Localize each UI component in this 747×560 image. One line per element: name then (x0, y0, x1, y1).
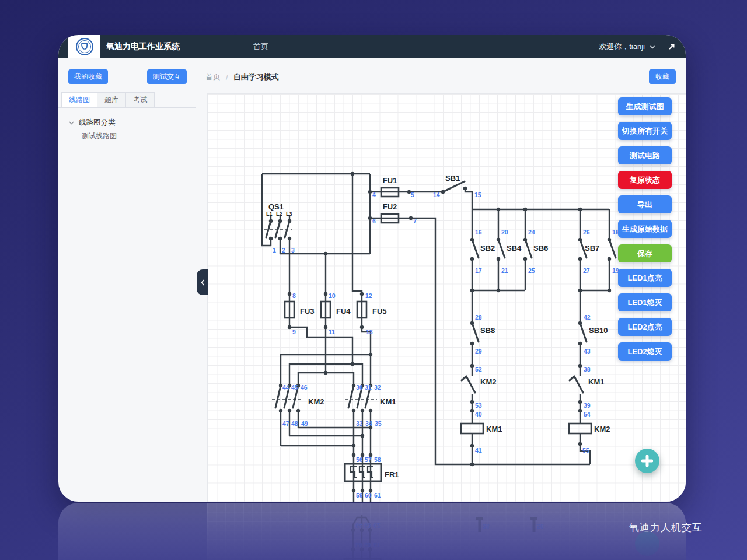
junction-dot (578, 364, 582, 368)
tab-考试[interactable]: 考试 (125, 92, 155, 108)
switch-blade[interactable] (472, 240, 479, 258)
chevron-down-icon[interactable] (650, 45, 655, 49)
component-label: SB6 (533, 244, 548, 253)
circuit-canvas[interactable]: 1234514156781012911131620242618172125271… (207, 93, 686, 502)
switch-blade[interactable] (472, 323, 479, 342)
switch-blade[interactable] (574, 376, 583, 393)
wire (353, 517, 362, 530)
node-label: 60 (365, 492, 372, 499)
coil-body[interactable] (569, 424, 591, 433)
switch-blade[interactable] (443, 181, 465, 192)
switch-blade[interactable] (498, 240, 505, 258)
welcome-user-label[interactable]: 欢迎你，tianji (599, 41, 645, 52)
node-label: 7 (413, 218, 417, 225)
node-label: 8 (292, 292, 296, 299)
action-button-测试电路[interactable]: 测试电路 (618, 146, 672, 164)
switch-blade[interactable] (580, 323, 587, 342)
action-button-LED1熄灭[interactable]: LED1熄灭 (618, 293, 672, 312)
switch-blade[interactable] (570, 376, 574, 380)
action-button-复原状态[interactable]: 复原状态 (618, 171, 672, 189)
tree-node-test-diagram[interactable]: 测试线路图 (82, 131, 117, 141)
collect-button[interactable]: 收藏 (649, 69, 676, 84)
breadcrumb-home[interactable]: 首页 (205, 72, 221, 82)
node-label: 61 (374, 492, 381, 499)
node-label: 9 (292, 328, 296, 335)
junction-dot (368, 216, 372, 220)
junction-dot (608, 289, 611, 292)
junction-dot (470, 400, 474, 404)
junction-dot (352, 384, 355, 387)
reflection-sidebar (58, 503, 207, 560)
app-logo (68, 35, 100, 58)
action-button-LED2熄灭[interactable]: LED2熄灭 (618, 342, 672, 360)
tab-线路图[interactable]: 线路图 (61, 92, 97, 108)
tree-root-label[interactable]: 线路图分类 (79, 118, 116, 128)
circuit-diagram[interactable]: 1234514156781012911131620242618172125271… (208, 129, 678, 502)
node-label: 31 (365, 384, 372, 391)
node-label: 1 (273, 247, 276, 254)
node-label: 44 (282, 384, 289, 391)
action-button-切换所有开关[interactable]: 切换所有开关 (618, 122, 672, 140)
app-header: 氧迪力电工作业系统 首页 欢迎你，tianji (58, 35, 686, 58)
reflection-canvas (207, 503, 686, 560)
test-interaction-button[interactable]: 测试交互 (147, 69, 187, 84)
junction-dot (497, 208, 500, 211)
node-label: 34 (365, 420, 372, 427)
action-button-LED2点亮[interactable]: LED2点亮 (618, 318, 672, 336)
action-button-生成原始数据[interactable]: 生成原始数据 (618, 220, 672, 238)
node-label: 5 (411, 191, 414, 198)
junction-dot (324, 252, 327, 256)
node-label: 53 (475, 402, 482, 409)
junction-dot (470, 409, 474, 412)
node-label: 57 (365, 456, 372, 463)
junction-dot (608, 257, 611, 261)
breadcrumb-current: 自由学习模式 (233, 72, 279, 82)
coil-body[interactable] (461, 424, 483, 433)
node-label: 45 (291, 384, 298, 391)
app-window: 氧迪力电工作业系统 首页 欢迎你，tianji 我的收藏 测试交互 首页 / 自… (58, 35, 686, 502)
component-label: KM1 (486, 425, 502, 433)
switch-blade[interactable] (525, 240, 532, 258)
action-button-生成测试图[interactable]: 生成测试图 (618, 97, 672, 116)
node-label: 32 (374, 384, 381, 391)
node-label: 6 (372, 218, 376, 225)
junction-dot (578, 208, 582, 211)
action-button-保存[interactable]: 保存 (618, 244, 672, 262)
node-label: 55 (582, 447, 589, 454)
junction-dot (369, 409, 372, 412)
node-label: 58 (374, 456, 381, 463)
caret-down-icon[interactable] (69, 121, 74, 125)
junction-dot (278, 237, 282, 240)
action-button-LED1点亮[interactable]: LED1点亮 (618, 269, 672, 287)
node-label: 16 (475, 229, 482, 236)
junction-dot (368, 528, 372, 532)
tab-题库[interactable]: 题库 (97, 92, 125, 108)
switch-blade[interactable] (466, 376, 475, 393)
junction-dot (361, 434, 364, 438)
my-favorites-button[interactable]: 我的收藏 (68, 69, 108, 84)
component-label: SB4 (507, 244, 522, 253)
junction-dot (578, 238, 582, 242)
junction-dot (369, 353, 372, 356)
sidebar-collapse-handle[interactable] (197, 270, 208, 295)
node-label: 64 (355, 522, 362, 529)
node-label: 33 (356, 420, 363, 427)
junction-dot (497, 257, 500, 261)
switch-blade[interactable] (462, 376, 466, 380)
node-label: 62 (374, 522, 381, 529)
add-button[interactable] (635, 449, 659, 473)
tree-node-category[interactable]: 线路图分类 (69, 118, 116, 128)
switch-blade[interactable] (275, 386, 281, 408)
junction-dot (523, 257, 527, 261)
junction-dot (578, 289, 582, 292)
node-label: 11 (329, 328, 335, 335)
switch-blade[interactable] (348, 386, 354, 408)
junction-dot (296, 409, 300, 412)
action-button-导出[interactable]: 导出 (618, 195, 672, 214)
nav-home[interactable]: 首页 (253, 41, 268, 52)
junction-dot (324, 326, 327, 329)
expand-corner-icon[interactable] (668, 43, 675, 50)
junction-dot (470, 289, 474, 292)
component-label: FR1 (385, 470, 399, 479)
switch-blade[interactable] (609, 240, 616, 258)
